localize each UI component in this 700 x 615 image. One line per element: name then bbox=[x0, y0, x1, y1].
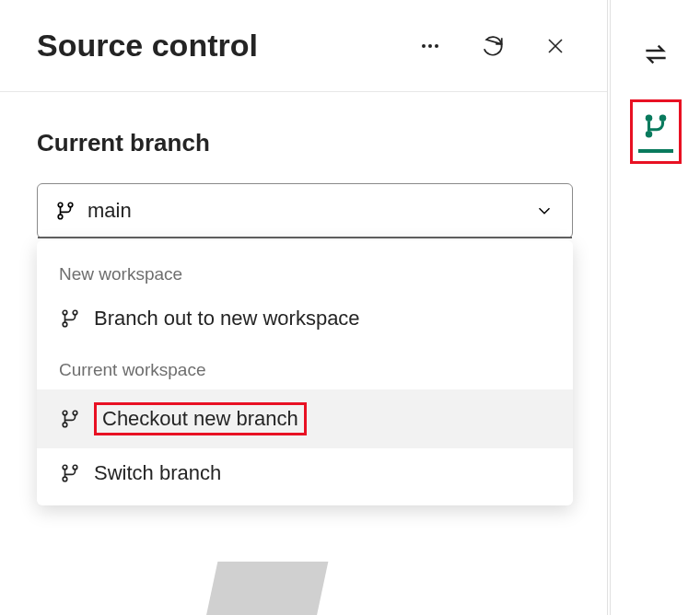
branch-icon bbox=[59, 462, 81, 484]
background-decoration bbox=[206, 562, 329, 615]
branch-dropdown-value: main bbox=[88, 199, 533, 223]
header: Source control bbox=[0, 0, 607, 92]
svg-point-18 bbox=[645, 131, 652, 138]
page-title: Source control bbox=[37, 28, 415, 64]
menu-group-label: New workspace bbox=[37, 248, 573, 294]
chevron-down-icon bbox=[533, 200, 555, 222]
header-actions bbox=[415, 31, 570, 61]
branch-icon bbox=[59, 408, 81, 430]
svg-point-1 bbox=[428, 44, 432, 48]
menu-item-switch-branch[interactable]: Switch branch bbox=[37, 448, 573, 498]
menu-group-label: Current workspace bbox=[37, 343, 573, 389]
sync-icon bbox=[641, 40, 671, 69]
active-indicator bbox=[638, 149, 673, 153]
sync-button[interactable] bbox=[636, 35, 675, 74]
svg-point-12 bbox=[63, 423, 67, 427]
svg-point-2 bbox=[435, 44, 438, 48]
svg-point-11 bbox=[63, 411, 67, 415]
refresh-button[interactable] bbox=[478, 31, 508, 61]
right-sidebar bbox=[610, 0, 700, 615]
close-button[interactable] bbox=[541, 31, 570, 61]
branch-icon bbox=[59, 308, 81, 330]
menu-item-branch-out[interactable]: Branch out to new workspace bbox=[37, 294, 573, 343]
branch-dropdown-menu: New workspace Branch out to new workspac… bbox=[37, 240, 573, 505]
menu-item-label: Checkout new branch bbox=[94, 402, 307, 435]
svg-point-9 bbox=[63, 322, 67, 327]
svg-point-13 bbox=[73, 411, 77, 415]
svg-point-0 bbox=[422, 44, 426, 48]
branch-icon bbox=[54, 200, 76, 222]
svg-point-16 bbox=[73, 465, 77, 470]
svg-point-17 bbox=[645, 115, 652, 122]
content: Current branch main New workspace bbox=[0, 92, 607, 238]
svg-point-19 bbox=[659, 115, 666, 122]
svg-point-14 bbox=[63, 465, 67, 470]
svg-point-10 bbox=[73, 310, 77, 315]
more-icon bbox=[419, 35, 441, 57]
svg-point-15 bbox=[63, 477, 67, 482]
branch-dropdown-trigger[interactable]: main bbox=[37, 183, 573, 238]
source-control-icon bbox=[642, 112, 670, 140]
menu-item-checkout-new-branch[interactable]: Checkout new branch bbox=[37, 389, 573, 448]
refresh-icon bbox=[481, 34, 505, 58]
svg-point-6 bbox=[58, 215, 63, 219]
svg-point-5 bbox=[58, 203, 63, 207]
more-options-button[interactable] bbox=[415, 31, 445, 61]
svg-point-7 bbox=[68, 203, 73, 207]
svg-point-8 bbox=[63, 310, 67, 315]
section-label: Current branch bbox=[37, 129, 570, 157]
source-control-button[interactable] bbox=[630, 99, 682, 164]
menu-item-label: Branch out to new workspace bbox=[94, 307, 360, 331]
close-icon bbox=[544, 35, 566, 57]
menu-item-label: Switch branch bbox=[94, 461, 221, 485]
branch-dropdown: main New workspace Branch o bbox=[37, 183, 570, 238]
